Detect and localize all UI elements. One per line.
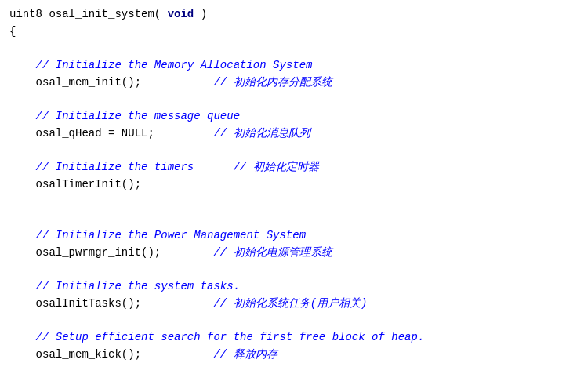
code-pwrmgr-init: osal_pwrmgr_init(); // 初始化电源管理系统 [9, 245, 575, 262]
blank-line-2 [9, 91, 575, 108]
blank-line-1 [9, 40, 575, 57]
code-block: uint8 osal_init_system( void ) { // Init… [0, 0, 584, 392]
blank-line-7 [9, 312, 575, 329]
comment-timers: // Initialize the timers // 初始化定时器 [9, 159, 575, 176]
blank-line-6 [9, 261, 575, 278]
function-signature: uint8 osal_init_system( void ) [9, 6, 575, 24]
blank-line-4 [9, 194, 575, 211]
code-qhead: osal_qHead = NULL; // 初始化消息队列 [9, 125, 575, 143]
code-mem-kick: osal_mem_kick(); // 释放内存 [9, 347, 575, 364]
code-timer-init: osalTimerInit(); [9, 176, 575, 194]
blank-line-3 [9, 143, 575, 160]
open-brace: { [9, 24, 575, 41]
comment-search-heap: // Setup efficient search for the first … [9, 329, 575, 347]
comment-msg-queue: // Initialize the message queue [9, 108, 575, 125]
blank-line-5 [9, 210, 575, 227]
code-init-tasks: osalInitTasks(); // 初始化系统任务(用户相关) [9, 296, 575, 313]
comment-mem-alloc: // Initialize the Memory Allocation Syst… [9, 57, 575, 74]
comment-power-mgmt: // Initialize the Power Management Syste… [9, 227, 575, 245]
code-mem-init: osal_mem_init(); // 初始化内存分配系统 [9, 74, 575, 92]
blank-line-8 [9, 363, 575, 380]
comment-system-tasks: // Initialize the system tasks. [9, 278, 575, 296]
blank-line-9 [9, 380, 575, 392]
